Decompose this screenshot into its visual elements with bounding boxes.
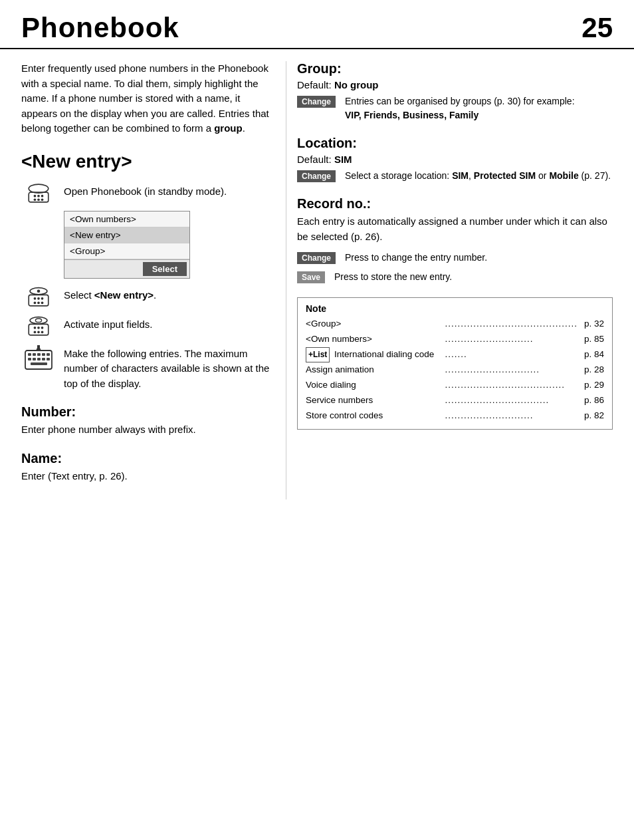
page-header: Phonebook 25	[0, 0, 634, 49]
svg-point-9	[37, 289, 41, 293]
svg-point-13	[41, 297, 44, 300]
group-heading: Group:	[297, 61, 613, 76]
step3-text: Activate input fields.	[64, 315, 152, 333]
note-row-service: Service numbers ........................…	[306, 393, 604, 408]
record-heading: Record no.:	[297, 196, 613, 211]
svg-point-15	[37, 301, 40, 304]
svg-rect-30	[42, 353, 45, 356]
note-title: Note	[306, 303, 604, 314]
group-change-text: Entries can be organised by groups (p. 3…	[345, 94, 575, 122]
location-default: Default: SIM	[297, 154, 613, 165]
group-default: Default: No group	[297, 79, 613, 90]
svg-point-6	[37, 198, 40, 201]
svg-point-22	[41, 327, 44, 329]
step4-text: Make the following entries. The maximum …	[64, 344, 270, 392]
svg-point-20	[34, 327, 37, 329]
svg-rect-39	[37, 345, 40, 350]
step1-row: Open Phonebook (in standby mode).	[21, 182, 270, 204]
step1-text: Open Phonebook (in standby mode).	[64, 182, 227, 200]
step4-row: Make the following entries. The maximum …	[21, 344, 270, 392]
svg-rect-19	[29, 324, 49, 335]
record-section: Record no.: Each entry is automatically …	[297, 196, 613, 284]
svg-point-23	[34, 331, 37, 333]
note-row-store: Store control codes ....................…	[306, 408, 604, 424]
svg-point-5	[34, 198, 37, 201]
keyboard-icon	[21, 344, 56, 372]
svg-point-7	[41, 198, 44, 201]
note-row-animation: Assign animation .......................…	[306, 362, 604, 378]
svg-point-18	[35, 319, 41, 323]
svg-rect-29	[37, 353, 41, 356]
svg-point-2	[34, 194, 37, 197]
svg-rect-33	[33, 358, 36, 360]
svg-rect-31	[47, 353, 50, 356]
note-row-voice: Voice dialing ..........................…	[306, 378, 604, 393]
svg-point-21	[37, 327, 40, 329]
note-row-group: <Group> ................................…	[306, 317, 604, 332]
number-heading: Number:	[21, 404, 270, 420]
content-area: Enter frequently used phone numbers in t…	[0, 61, 634, 499]
svg-rect-34	[37, 358, 41, 360]
group-change-badge: Change	[297, 95, 340, 108]
step2-row: Select <New entry>.	[21, 285, 270, 308]
svg-point-17	[30, 317, 47, 323]
new-entry-heading: <New entry>	[21, 151, 270, 172]
svg-rect-27	[28, 353, 31, 356]
intro-paragraph: Enter frequently used phone numbers in t…	[21, 61, 270, 136]
note-row-list: +List International dialing code .......…	[306, 347, 604, 362]
left-column: Enter frequently used phone numbers in t…	[0, 61, 286, 499]
record-save-row: Save Press to store the new entry.	[297, 270, 613, 284]
right-column: Group: Default: No group Change Entries …	[286, 61, 634, 499]
phone-open-icon	[21, 182, 56, 204]
location-change-text: Select a storage location: SIM, Protecte…	[345, 169, 611, 183]
page-number: 25	[581, 12, 613, 44]
svg-rect-36	[47, 358, 50, 360]
phonebook-menu: <Own numbers> <New entry> <Group> Select	[64, 211, 190, 279]
select-button[interactable]: Select	[143, 262, 187, 276]
phone-icon-svg	[23, 183, 54, 204]
svg-rect-32	[28, 358, 31, 360]
location-change-badge: Change	[297, 170, 340, 182]
phone-select-icon	[21, 285, 56, 308]
menu-item-new-entry[interactable]: <New entry>	[64, 227, 189, 243]
record-change-text: Press to change the entry number.	[345, 251, 487, 265]
svg-point-25	[41, 331, 44, 333]
svg-point-4	[41, 194, 44, 197]
record-save-badge: Save	[297, 271, 329, 283]
svg-rect-28	[33, 353, 36, 356]
name-text: Enter (Text entry, p. 26).	[21, 469, 270, 484]
list-badge: +List	[306, 347, 330, 362]
svg-point-0	[29, 184, 49, 193]
svg-point-12	[37, 297, 40, 300]
svg-rect-10	[29, 295, 49, 306]
menu-container: <Own numbers> <New entry> <Group> Select	[64, 211, 270, 279]
phone-activate-icon	[21, 315, 56, 337]
step3-row: Activate input fields.	[21, 315, 270, 337]
step2-text: Select <New entry>.	[64, 285, 156, 303]
record-change-row: Change Press to change the entry number.	[297, 251, 613, 265]
location-heading: Location:	[297, 136, 613, 151]
location-section: Location: Default: SIM Change Select a s…	[297, 136, 613, 183]
menu-select-row: Select	[64, 259, 189, 278]
number-text: Enter phone number always with prefix.	[21, 422, 270, 438]
svg-point-11	[34, 297, 37, 300]
svg-point-14	[34, 301, 37, 304]
group-change-row: Change Entries can be organised by group…	[297, 94, 613, 122]
svg-point-3	[37, 194, 40, 197]
note-row-own-numbers: <Own numbers> ..........................…	[306, 332, 604, 347]
record-text: Each entry is automatically assigned a n…	[297, 214, 613, 244]
menu-item-group[interactable]: <Group>	[64, 243, 189, 259]
page-title: Phonebook	[21, 12, 179, 44]
svg-point-16	[41, 301, 44, 304]
record-save-text: Press to store the new entry.	[334, 270, 452, 284]
note-box: Note <Group> ...........................…	[297, 297, 613, 430]
svg-rect-37	[31, 362, 47, 365]
menu-item-own-numbers[interactable]: <Own numbers>	[64, 211, 189, 227]
svg-rect-35	[42, 358, 45, 360]
record-change-badge: Change	[297, 251, 340, 264]
group-section: Group: Default: No group Change Entries …	[297, 61, 613, 122]
name-heading: Name:	[21, 451, 270, 466]
svg-point-24	[37, 331, 40, 333]
location-change-row: Change Select a storage location: SIM, P…	[297, 169, 613, 183]
